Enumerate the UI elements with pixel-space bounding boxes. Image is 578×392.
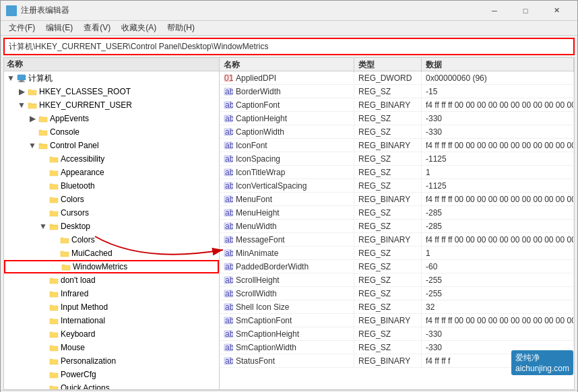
expand-icon: ▼ bbox=[27, 140, 38, 151]
tree-item-desktop[interactable]: ▼ Desktop bbox=[4, 220, 219, 233]
reg-type-icon: ab bbox=[224, 316, 233, 325]
table-row[interactable]: ab MessageFont REG_BINARY f4 ff ff ff 00… bbox=[220, 233, 574, 247]
reg-name: ab Shell Icon Size bbox=[220, 300, 354, 313]
table-row[interactable]: ab CaptionWidth REG_SZ -330 bbox=[220, 125, 574, 139]
menu-view[interactable]: 查看(V) bbox=[78, 21, 116, 35]
personalization-label: Personalization bbox=[61, 356, 116, 366]
tree-item-mouse[interactable]: ▶ Mouse bbox=[4, 341, 219, 354]
svg-text:ab: ab bbox=[225, 329, 233, 339]
table-row[interactable]: ab MenuFont REG_BINARY f4 ff ff ff 00 00… bbox=[220, 193, 574, 206]
table-row[interactable]: ab BorderWidth REG_SZ -15 bbox=[220, 85, 574, 98]
table-row[interactable]: ab MinAnimate REG_SZ 1 bbox=[220, 247, 574, 260]
menu-file[interactable]: 文件(F) bbox=[3, 21, 40, 35]
reg-name: ab PaddedBorderWidth bbox=[220, 260, 354, 273]
tree-item-appearance[interactable]: ▶ Appearance bbox=[4, 166, 219, 179]
reg-type: REG_BINARY bbox=[354, 193, 422, 205]
reg-name: ab SmCaptionHeight bbox=[220, 327, 354, 340]
table-row[interactable]: ab IconVerticalSpacing REG_SZ -1125 bbox=[220, 179, 574, 193]
tree-item-inputmethod[interactable]: ▶ Input Method bbox=[4, 300, 219, 314]
table-row[interactable]: ab CaptionFont REG_BINARY f4 ff ff ff 00… bbox=[220, 98, 574, 112]
title-bar: 注册表编辑器 ─ □ ✕ bbox=[1, 1, 577, 21]
address-bar[interactable]: 计算机\HKEY_CURRENT_USER\Control Panel\Desk… bbox=[3, 38, 575, 55]
table-row[interactable]: ab ScrollWidth REG_SZ -255 bbox=[220, 287, 574, 300]
muicached-label: MuiCached bbox=[71, 249, 113, 258]
table-row[interactable]: ab SmCaptionHeight REG_SZ -330 bbox=[220, 327, 574, 341]
maximize-button[interactable]: □ bbox=[510, 1, 541, 21]
tree-item-bluetooth[interactable]: ▶ Bluetooth bbox=[4, 179, 219, 193]
svg-text:ab: ab bbox=[225, 222, 233, 231]
reg-type: REG_SZ bbox=[354, 273, 422, 286]
svg-text:ab: ab bbox=[225, 356, 233, 366]
tree-item-accessibility[interactable]: ▶ Accessibility bbox=[4, 152, 219, 166]
reg-name: ab IconTitleWrap bbox=[220, 166, 354, 178]
tree-item-keyboard[interactable]: ▶ Keyboard bbox=[4, 327, 219, 341]
folder-icon bbox=[49, 275, 59, 286]
tree-item-computer[interactable]: ▼ 计算机 bbox=[4, 71, 219, 85]
reg-type-icon: ab bbox=[224, 235, 233, 244]
reg-name: ab ScrollHeight bbox=[220, 273, 354, 286]
tree-item-quickactions[interactable]: ▶ Quick Actions bbox=[4, 381, 219, 389]
colors-label: Colors bbox=[61, 195, 84, 204]
tree-item-infrared[interactable]: ▶ Infrared bbox=[4, 287, 219, 300]
table-row[interactable]: ab ScrollHeight REG_SZ -255 bbox=[220, 273, 574, 287]
table-row[interactable]: ab IconFont REG_BINARY f4 ff ff ff 00 00… bbox=[220, 139, 574, 152]
reg-name: 010 AppliedDPI bbox=[220, 71, 354, 84]
svg-rect-0 bbox=[7, 7, 11, 10]
close-button[interactable]: ✕ bbox=[541, 1, 572, 21]
tree-item-desktop-colors[interactable]: ▶ Colors bbox=[4, 233, 219, 247]
svg-rect-4 bbox=[18, 75, 26, 80]
table-row[interactable]: ab Shell Icon Size REG_SZ 32 bbox=[220, 300, 574, 314]
tree-panel[interactable]: 名称 ▼ 计算机 ▶ HKEY_CLASSES bbox=[4, 58, 220, 389]
bluetooth-label: Bluetooth bbox=[61, 181, 95, 191]
tree-item-international[interactable]: ▶ International bbox=[4, 314, 219, 327]
folder-open-icon bbox=[49, 221, 59, 232]
svg-text:ab: ab bbox=[225, 168, 233, 177]
menu-edit[interactable]: 编辑(E) bbox=[40, 21, 78, 35]
reg-data: f4 ff ff ff 00 00 00 00 00 00 00 00 00 0… bbox=[422, 314, 574, 327]
svg-text:ab: ab bbox=[225, 316, 233, 325]
reg-name: ab ScrollWidth bbox=[220, 287, 354, 300]
reg-type-icon: 010 bbox=[224, 73, 233, 83]
table-row[interactable]: ab PaddedBorderWidth REG_SZ -60 bbox=[220, 260, 574, 273]
minimize-button[interactable]: ─ bbox=[479, 1, 510, 21]
cursors-label: Cursors bbox=[61, 208, 89, 218]
col-data: 数据 bbox=[422, 58, 574, 72]
tree-item-hkcr[interactable]: ▶ HKEY_CLASSES_ROOT bbox=[4, 85, 219, 98]
tree-item-controlpanel[interactable]: ▼ Control Panel bbox=[4, 139, 219, 152]
svg-text:ab: ab bbox=[225, 235, 233, 244]
reg-type: REG_SZ bbox=[354, 287, 422, 300]
tree-item-muicached[interactable]: ▶ MuiCached bbox=[4, 247, 219, 260]
table-row[interactable]: ab MenuHeight REG_SZ -285 bbox=[220, 206, 574, 220]
menu-help[interactable]: 帮助(H) bbox=[162, 21, 200, 35]
expand-icon: ▼ bbox=[16, 100, 27, 110]
table-row[interactable]: ab IconTitleWrap REG_SZ 1 bbox=[220, 166, 574, 179]
table-row[interactable]: 010 AppliedDPI REG_DWORD 0x00000060 (96) bbox=[220, 71, 574, 85]
tree-item-hkcu[interactable]: ▼ HKEY_CURRENT_USER bbox=[4, 98, 219, 112]
reg-type: REG_SZ bbox=[354, 247, 422, 259]
table-row[interactable]: ab SmCaptionFont REG_BINARY f4 ff ff ff … bbox=[220, 314, 574, 327]
tree-item-colors[interactable]: ▶ Colors bbox=[4, 193, 219, 206]
menu-favorites[interactable]: 收藏夹(A) bbox=[116, 21, 162, 35]
reg-type-icon: ab bbox=[224, 195, 233, 204]
tree-item-console[interactable]: ▶ Console bbox=[4, 125, 219, 139]
tree-item-windowmetrics[interactable]: ▶ WindowMetrics bbox=[4, 260, 219, 273]
reg-data: f4 ff ff ff 00 00 00 00 00 00 00 00 00 0… bbox=[422, 139, 574, 152]
tree-item-personalization[interactable]: ▶ Personalization bbox=[4, 354, 219, 368]
tree-item-powercfg[interactable]: ▶ PowerCfg bbox=[4, 368, 219, 381]
tree-header: 名称 bbox=[4, 58, 219, 71]
folder-icon bbox=[49, 181, 59, 191]
tree-item-cursors[interactable]: ▶ Cursors bbox=[4, 206, 219, 220]
reg-name: ab IconVerticalSpacing bbox=[220, 179, 354, 192]
svg-text:ab: ab bbox=[225, 262, 233, 271]
tree-item-appevents[interactable]: ▶ AppEvents bbox=[4, 112, 219, 125]
table-row[interactable]: ab CaptionHeight REG_SZ -330 bbox=[220, 112, 574, 125]
reg-type-icon: ab bbox=[224, 262, 233, 271]
controlpanel-label: Control Panel bbox=[50, 141, 99, 150]
reg-type: REG_SZ bbox=[354, 152, 422, 165]
svg-rect-3 bbox=[12, 11, 15, 15]
table-row[interactable]: ab IconSpacing REG_SZ -1125 bbox=[220, 152, 574, 166]
reg-name: ab CaptionHeight bbox=[220, 112, 354, 125]
mouse-label: Mouse bbox=[61, 343, 85, 352]
tree-item-dontload[interactable]: ▶ don't load bbox=[4, 273, 219, 287]
table-row[interactable]: ab MenuWidth REG_SZ -285 bbox=[220, 220, 574, 233]
